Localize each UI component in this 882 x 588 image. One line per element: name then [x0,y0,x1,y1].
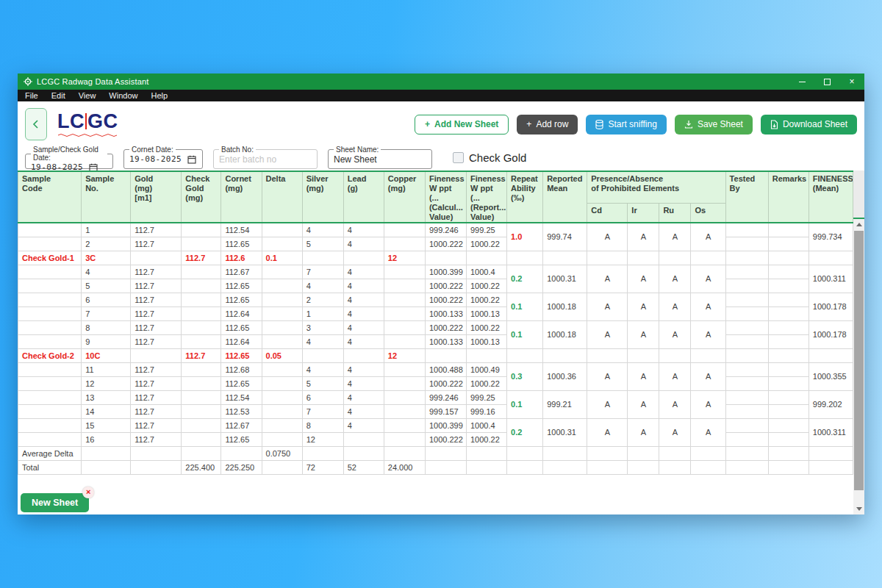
cell-lead[interactable]: 4 [343,279,384,293]
cell-no[interactable] [82,446,131,460]
cell-code[interactable] [18,376,82,390]
menu-item-file[interactable]: File [25,91,38,100]
cell-code[interactable] [18,306,82,320]
cell-code[interactable] [18,404,82,418]
cell-fc[interactable]: 1000.222 [425,376,466,390]
scrollbar-thumb[interactable] [854,231,864,490]
cell-cornet[interactable]: 112.68 [221,362,262,376]
cell-fr[interactable] [467,348,507,362]
cell-fineness[interactable] [808,446,853,460]
cell-tested[interactable] [725,446,768,460]
cell-cornet[interactable]: 225.250 [221,460,262,474]
close-button[interactable]: × [839,74,864,90]
cell-lead[interactable]: 4 [343,362,384,376]
cell-gold[interactable]: 112.7 [131,432,182,446]
cell-remarks[interactable] [768,348,808,362]
cell-delta[interactable] [262,293,302,306]
cell-cg[interactable]: 225.400 [182,460,221,474]
cell-copper[interactable]: 24.000 [384,460,425,474]
cell-fr[interactable] [467,460,507,474]
cell-remarks[interactable] [768,237,808,251]
cell-cd[interactable] [587,446,628,460]
cell-ru[interactable]: A [659,390,691,418]
cell-reported[interactable]: 1000.36 [543,362,587,390]
cell-gold[interactable]: 112.7 [131,334,182,348]
cell-fineness[interactable]: 999.202 [808,390,853,418]
cell-no[interactable]: 11 [82,362,131,376]
cell-code[interactable] [18,265,82,279]
cell-fr[interactable]: 1000.4 [467,265,507,279]
cell-tested[interactable] [725,334,768,348]
cell-tested[interactable] [725,293,768,306]
cell-os[interactable]: A [691,418,725,446]
cell-gold[interactable] [131,348,182,362]
download-sheet-button[interactable]: Download Sheet [761,115,857,135]
cell-remarks[interactable] [768,432,808,446]
cell-delta[interactable] [262,432,302,446]
cell-cg[interactable] [182,293,221,306]
cell-reported[interactable]: 999.21 [543,390,587,418]
cell-cornet[interactable] [221,446,262,460]
cornet-date-value[interactable]: 19-08-2025 [129,154,182,164]
cell-silver[interactable]: 2 [302,293,343,306]
cell-cd[interactable]: A [587,223,628,251]
cell-cornet[interactable]: 112.64 [221,306,262,320]
cell-reported[interactable]: 999.74 [543,223,587,251]
cell-lead[interactable]: 4 [343,418,384,432]
cell-tested[interactable] [725,362,768,376]
cell-lead[interactable] [343,251,384,265]
cell-fc[interactable] [425,251,466,265]
save-sheet-button[interactable]: Save Sheet [675,115,753,135]
cell-silver[interactable]: 3 [302,320,343,334]
cell-silver[interactable]: 4 [302,223,343,237]
cell-tested[interactable] [725,404,768,418]
cell-tested[interactable] [725,390,768,404]
cell-remarks[interactable] [768,460,808,474]
cell-no[interactable]: 4 [82,265,131,279]
cell-repeat[interactable]: 0.3 [507,362,543,390]
cell-lead[interactable]: 4 [343,376,384,390]
cell-remarks[interactable] [768,306,808,320]
menu-item-view[interactable]: View [79,91,96,100]
cell-remarks[interactable] [768,362,808,376]
cell-fc[interactable]: 1000.399 [425,265,466,279]
cell-silver[interactable]: 1 [302,306,343,320]
cell-gold[interactable] [131,460,182,474]
cell-os[interactable] [691,251,725,265]
cell-copper[interactable] [384,432,425,446]
cell-copper[interactable] [384,390,425,404]
cell-ir[interactable]: A [628,223,659,251]
cell-ru[interactable] [659,460,691,474]
cell-ir[interactable]: A [628,362,659,390]
cell-cg[interactable] [182,279,221,293]
cell-copper[interactable] [384,404,425,418]
cell-lead[interactable]: 4 [343,293,384,306]
cell-copper[interactable] [384,418,425,432]
scroll-up-button[interactable] [853,219,864,230]
cell-no[interactable] [82,460,131,474]
cell-tested[interactable] [725,279,768,293]
cell-cd[interactable]: A [587,320,628,348]
cell-ir[interactable]: A [628,320,659,348]
cell-reported[interactable] [543,251,587,265]
cell-fr[interactable]: 1000.22 [467,376,507,390]
cell-cg[interactable] [182,376,221,390]
cell-remarks[interactable] [768,251,808,265]
cell-os[interactable]: A [691,320,725,348]
cell-reported[interactable] [543,348,587,362]
cell-silver[interactable]: 4 [302,279,343,293]
cell-copper[interactable] [384,237,425,251]
cell-repeat[interactable] [507,446,543,460]
cell-copper[interactable]: 12 [384,348,425,362]
cell-silver[interactable]: 4 [302,362,343,376]
sample-date-field[interactable]: Sample/Check Gold Date: 19-08-2025 [25,146,113,169]
cell-fineness[interactable]: 999.734 [808,223,853,251]
cell-fineness[interactable]: 1000.311 [808,265,853,293]
cell-remarks[interactable] [768,293,808,306]
start-sniffing-button[interactable]: Start sniffing [586,115,666,135]
cell-code[interactable]: Average Delta [18,446,82,460]
cell-remarks[interactable] [768,418,808,432]
cell-delta[interactable] [262,404,302,418]
cell-tested[interactable] [725,418,768,432]
cell-fc[interactable] [425,460,466,474]
